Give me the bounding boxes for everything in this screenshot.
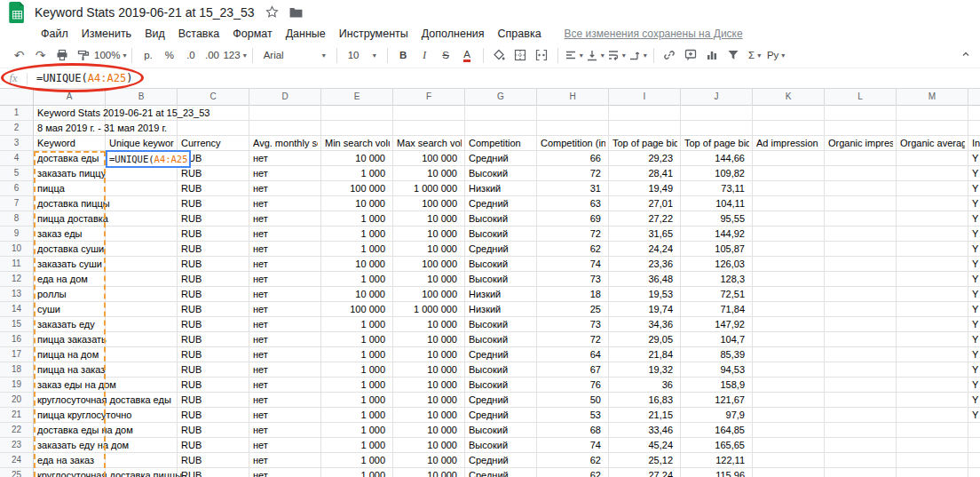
cell-I20[interactable]: 16,83	[609, 393, 676, 407]
cell-H14[interactable]: 25	[537, 302, 605, 316]
cell-G9[interactable]: Высокий	[469, 227, 508, 241]
cell-I9[interactable]: 31,65	[609, 227, 676, 241]
cell-C24[interactable]: RUB	[181, 453, 202, 467]
cell-E8[interactable]: 1 000	[321, 211, 389, 226]
row-header-24[interactable]: 24	[0, 453, 34, 468]
toolbar-horizontal-align-button[interactable]: ▾	[564, 44, 584, 66]
cell-H17[interactable]: 64	[537, 347, 605, 362]
cell-A18[interactable]: пицца на заказ	[37, 362, 105, 377]
cell-I21[interactable]: 21,15	[609, 408, 676, 422]
column-header-G[interactable]: G	[465, 89, 537, 106]
cell-H15[interactable]: 73	[537, 317, 605, 331]
column-header-D[interactable]: D	[249, 89, 321, 106]
cell-C9[interactable]: RUB	[181, 227, 202, 241]
cell-I4[interactable]: 29,23	[609, 151, 676, 165]
cell-E14[interactable]: 100 000	[321, 302, 389, 316]
toolbar-insert-comment-button[interactable]	[681, 44, 701, 66]
cell-C12[interactable]: RUB	[181, 272, 202, 286]
row-header-16[interactable]: 16	[0, 332, 34, 347]
cell-N17[interactable]: Y	[972, 347, 978, 362]
cell-D22[interactable]: нет	[253, 423, 268, 437]
cell-J3[interactable]: Top of page bid (	[684, 136, 749, 150]
cell-N14[interactable]: Y	[972, 302, 978, 316]
cell-A5[interactable]: заказать пиццу	[37, 166, 106, 180]
cell-A20[interactable]: круглосуточная доставка еды	[37, 393, 171, 407]
cell-H13[interactable]: 18	[537, 287, 605, 301]
cell-E21[interactable]: 1 000	[321, 408, 389, 422]
cell-F11[interactable]: 100 000	[393, 257, 461, 271]
toolbar-strikethrough-button[interactable]: S	[436, 44, 456, 66]
cell-C7[interactable]: RUB	[181, 196, 202, 211]
cell-H16[interactable]: 72	[537, 332, 605, 346]
cell-C15[interactable]: RUB	[181, 317, 202, 331]
cell-G6[interactable]: Низкий	[469, 181, 501, 195]
cell-A3[interactable]: Keyword	[37, 136, 102, 150]
cell-N20[interactable]: Y	[972, 393, 978, 407]
cell-F20[interactable]: 10 000	[393, 393, 461, 407]
cell-H12[interactable]: 73	[537, 272, 605, 286]
cell-I6[interactable]: 19,49	[609, 181, 676, 195]
cell-G24[interactable]: Средний	[469, 453, 509, 467]
cell-A16[interactable]: пицца заказать	[37, 332, 107, 346]
column-header-B[interactable]: B	[106, 89, 178, 106]
cell-F14[interactable]: 1 000 000	[393, 302, 461, 316]
cell-E19[interactable]: 1 000	[321, 378, 389, 392]
toolbar-format-as-currency-button[interactable]: р.	[138, 44, 158, 66]
cell-E17[interactable]: 1 000	[321, 347, 389, 362]
cell-A12[interactable]: еда на дом	[37, 272, 88, 286]
toolbar-insert-chart-button[interactable]	[702, 44, 723, 66]
cell-D9[interactable]: нет	[253, 227, 268, 241]
cell-H8[interactable]: 69	[537, 211, 605, 226]
row-header-7[interactable]: 7	[0, 196, 34, 211]
cell-G22[interactable]: Высокий	[469, 423, 508, 437]
save-status-link[interactable]: Все изменения сохранены на Диске	[565, 28, 743, 40]
menu-edit[interactable]: Изменить	[82, 28, 131, 40]
cell-F10[interactable]: 10 000	[393, 242, 461, 256]
cell-I19[interactable]: 36	[609, 378, 676, 392]
cell-E24[interactable]: 1 000	[321, 453, 389, 467]
cell-I23[interactable]: 45,24	[609, 438, 676, 452]
toolbar-format-as-percent-button[interactable]: %	[159, 44, 179, 66]
row-header-22[interactable]: 22	[0, 423, 34, 438]
cell-C11[interactable]: RUB	[181, 257, 202, 271]
toolbar-paint-format-button[interactable]	[73, 44, 93, 66]
row-header-6[interactable]: 6	[0, 181, 34, 196]
cell-N9[interactable]: Y	[972, 227, 978, 241]
cell-J7[interactable]: 104,11	[681, 196, 748, 211]
toolbar-font-family-button[interactable]: Arial▾	[258, 44, 331, 66]
cell-C6[interactable]: RUB	[181, 181, 202, 195]
menu-add-ons[interactable]: Дополнения	[422, 28, 485, 40]
cell-F12[interactable]: 10 000	[393, 272, 461, 286]
cell-J21[interactable]: 97,9	[681, 408, 748, 422]
cell-J15[interactable]: 147,92	[681, 317, 748, 331]
menu-file[interactable]: Файл	[41, 28, 68, 40]
cell-N21[interactable]: Y	[972, 408, 978, 422]
row-header-15[interactable]: 15	[0, 317, 34, 332]
cell-N13[interactable]: Y	[972, 287, 978, 301]
cell-I13[interactable]: 19,53	[609, 287, 676, 301]
cell-A11[interactable]: заказать суши	[37, 257, 102, 271]
cell-G16[interactable]: Высокий	[469, 332, 508, 346]
cell-G20[interactable]: Средний	[469, 393, 509, 407]
cell-H24[interactable]: 62	[537, 453, 605, 467]
column-header-M[interactable]: M	[897, 89, 968, 106]
menu-tools[interactable]: Инструменты	[339, 28, 408, 40]
cell-J11[interactable]: 126,03	[681, 257, 748, 271]
formula-input[interactable]: =UNIQUE(A4:A25)	[36, 72, 132, 84]
cell-E9[interactable]: 1 000	[321, 227, 389, 241]
toolbar-bold-button[interactable]: B	[393, 44, 414, 66]
select-all-corner[interactable]	[0, 89, 34, 106]
cell-E15[interactable]: 1 000	[321, 317, 389, 331]
move-to-folder-icon[interactable]	[289, 7, 303, 18]
cell-N7[interactable]: Y	[972, 196, 978, 211]
cell-N10[interactable]: Y	[972, 242, 978, 256]
cell-A25[interactable]: круглосуточная доставка пиццы	[37, 468, 182, 477]
cell-E7[interactable]: 10 000	[321, 196, 389, 211]
row-header-21[interactable]: 21	[0, 408, 34, 423]
cell-C16[interactable]: RUB	[181, 332, 202, 346]
cell-F4[interactable]: 100 000	[393, 151, 461, 165]
cell-D6[interactable]: нет	[253, 181, 268, 195]
cell-G18[interactable]: Высокий	[469, 362, 508, 377]
cell-E23[interactable]: 1 000	[321, 438, 389, 452]
cell-F3[interactable]: Max search volu	[397, 136, 462, 150]
